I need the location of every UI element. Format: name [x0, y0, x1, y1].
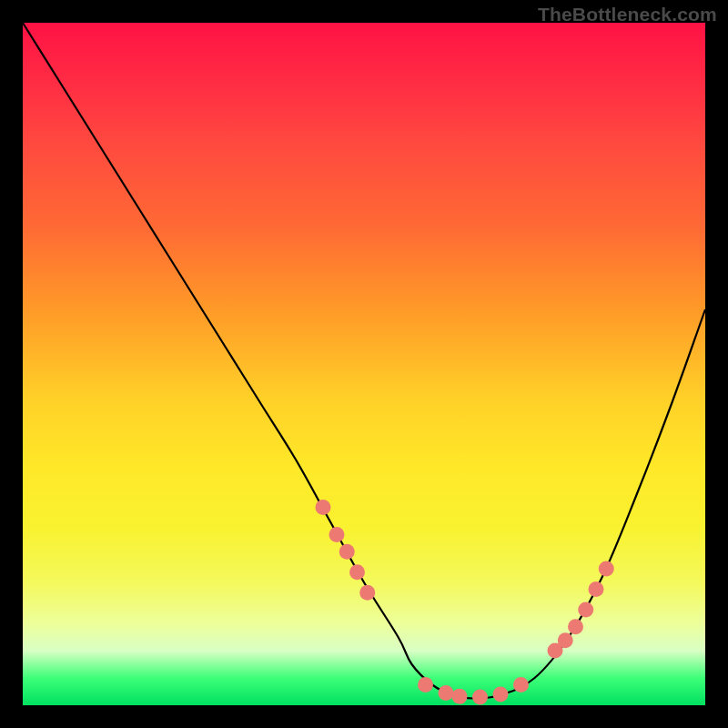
marker-dot	[339, 544, 355, 560]
chart-svg	[23, 23, 705, 705]
marker-dot	[316, 500, 331, 515]
marker-dot	[418, 677, 433, 693]
marker-dot	[329, 527, 345, 542]
marker-dot	[493, 687, 509, 703]
marker-dot	[568, 619, 583, 634]
marker-dot	[359, 585, 375, 601]
marker-dot	[578, 602, 593, 618]
marker-dot	[472, 690, 488, 705]
marker-dot	[558, 632, 573, 648]
marker-dot	[439, 685, 454, 701]
plot-area	[23, 23, 705, 705]
marker-dot	[599, 561, 614, 577]
highlight-markers	[316, 500, 614, 705]
marker-dot	[589, 581, 604, 597]
marker-dot	[349, 564, 365, 580]
marker-dot	[452, 689, 468, 704]
watermark-text: TheBottleneck.com	[538, 4, 717, 25]
chart-frame: TheBottleneck.com	[0, 0, 728, 728]
marker-dot	[513, 677, 529, 693]
